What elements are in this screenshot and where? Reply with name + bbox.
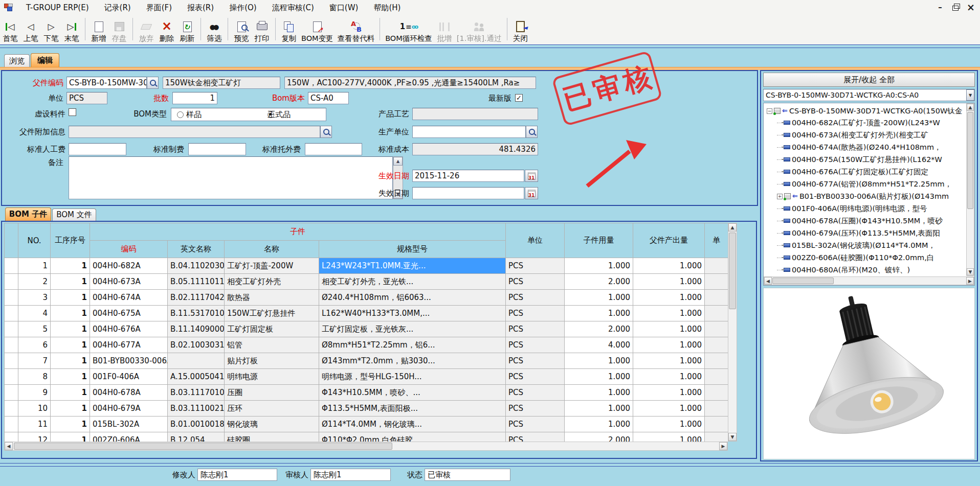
toolbar-button-first-record[interactable]: ◁首笔 [0, 16, 20, 43]
toolbar-button-refresh[interactable]: ↻刷新 [177, 16, 197, 43]
expire-date-calendar-button[interactable]: 31 [525, 187, 538, 199]
tree-item[interactable]: 004H0-673A(相变工矿灯外壳)(相变工矿 [777, 129, 966, 141]
menu-item-3[interactable]: 报表(R) [180, 3, 221, 12]
cell-name[interactable]: 贴片灯板 [225, 353, 319, 369]
cell-spec[interactable]: L243*W243*T1.0MM.亚光... [319, 258, 506, 274]
production-unit-search-button[interactable] [526, 126, 538, 138]
scroll-up-icon[interactable]: ▲ [393, 157, 403, 166]
cell-no[interactable]: 1 [18, 258, 51, 274]
cell-name[interactable]: 工矿灯-顶盖-200W [225, 258, 319, 274]
tree-vscrollbar[interactable]: ▲ ▼ [966, 103, 974, 276]
cell-unit[interactable]: PCS [506, 321, 565, 337]
cell-seq[interactable]: 1 [51, 369, 90, 385]
cell-extra[interactable] [705, 416, 728, 432]
cell-name[interactable]: 150W工矿灯悬挂件 [225, 306, 319, 321]
scroll-down-icon[interactable]: ▼ [728, 433, 737, 441]
toolbar-button-filter[interactable]: ●●筛选 [204, 16, 225, 43]
cell-qty[interactable]: 1.000 [565, 369, 633, 385]
cell-no[interactable]: 4 [18, 306, 51, 321]
cell-qty[interactable]: 1.000 [565, 258, 633, 274]
std-outsource-input[interactable] [305, 143, 362, 155]
cell-name[interactable]: 铝管 [225, 337, 319, 353]
cell-code[interactable]: 004H0-673A [90, 274, 168, 290]
cell-code[interactable]: 002Z0-606A [90, 432, 168, 442]
cell-seq[interactable]: 1 [51, 274, 90, 290]
close-button[interactable]: × [965, 2, 977, 13]
cell-extra[interactable] [705, 258, 728, 274]
cell-spec[interactable]: 工矿灯固定板，亚光铁灰... [319, 321, 506, 337]
cell-parent_qty[interactable]: 1.000 [633, 337, 705, 353]
cell-code[interactable]: 001F0-406A [90, 369, 168, 385]
cell-qty[interactable]: 4.000 [565, 337, 633, 353]
combo-dropdown-icon[interactable]: ▼ [966, 89, 974, 101]
cell-unit[interactable]: PCS [506, 369, 565, 385]
cell-qty[interactable]: 1.000 [565, 290, 633, 306]
cell-extra[interactable] [705, 274, 728, 290]
tree-item[interactable]: 004H0-682A(工矿灯-顶盖-200W)(L243*W [777, 117, 966, 128]
cell-spec[interactable]: Φ113.5*H5MM,表面阳极... [319, 401, 506, 416]
toolbar-button-last-record[interactable]: ▷末笔 [61, 16, 82, 43]
menu-item-7[interactable]: 帮助(H) [366, 3, 408, 12]
scroll-left-icon[interactable]: ◀ [5, 442, 13, 450]
tree-hscrollbar[interactable]: ◀ ▶ [764, 276, 974, 285]
cell-no[interactable]: 10 [18, 401, 51, 416]
parent-code-input[interactable]: CS-BYB-0-150MW-30D71-WCTKG-A0 [66, 77, 147, 89]
cell-code[interactable]: 004H0-678A [90, 385, 168, 401]
restore-button[interactable] [949, 2, 962, 13]
menu-item-6[interactable]: 窗口(W) [322, 3, 366, 12]
cell-code[interactable]: 004H0-679A [90, 401, 168, 416]
cell-extra[interactable] [705, 369, 728, 385]
menu-item-2[interactable]: 界面(F) [139, 3, 180, 12]
cell-en_name[interactable]: B.11.1409000... [168, 321, 225, 337]
cell-en_name[interactable]: B.02.1003031... [168, 337, 225, 353]
cell-unit[interactable]: PCS [506, 432, 565, 442]
cell-seq[interactable]: 1 [51, 306, 90, 321]
cell-no[interactable]: 5 [18, 321, 51, 337]
cell-parent_qty[interactable]: 1.000 [633, 385, 705, 401]
cell-qty[interactable]: 1.000 [565, 385, 633, 401]
cell-qty[interactable]: 1.000 [565, 401, 633, 416]
phantom-checkbox[interactable] [69, 108, 76, 116]
cell-unit[interactable]: PCS [506, 290, 565, 306]
cell-spec[interactable]: Φ110*Φ2.0mm,白色硅胶... [319, 432, 506, 442]
menu-item-1[interactable]: 记录(R) [97, 3, 139, 12]
toolbar-button-copy[interactable]: 复制 [279, 16, 299, 43]
cell-qty[interactable]: 1.000 [565, 306, 633, 321]
cell-parent_qty[interactable]: 1.000 [633, 306, 705, 321]
cell-spec[interactable]: Ø8mm*H51*T2.25mm，铝6... [319, 337, 506, 353]
cell-seq[interactable]: 1 [51, 337, 90, 353]
menu-item-0[interactable]: T-GROUP ERP(E) [18, 3, 97, 12]
cell-code[interactable]: 004H0-674A [90, 290, 168, 306]
toolbar-button-bom-change[interactable]: ↗BOM变更 [299, 16, 336, 43]
toolbar-button-exit[interactable]: ◄关闭 [510, 16, 531, 43]
collapse-icon[interactable]: − [767, 108, 772, 114]
std-mfg-input[interactable] [188, 143, 246, 155]
cell-spec[interactable]: Φ143*H10.5MM，喷砂、... [319, 385, 506, 401]
tree-item[interactable]: +⇐B01-BYB00330-006A(贴片灯板)(Ø143mm [777, 191, 966, 202]
tree-item[interactable]: 004H0-674A(散热器)(Ø240.4*H108mm， [777, 142, 966, 153]
cell-parent_qty[interactable]: 1.000 [633, 353, 705, 369]
cell-name[interactable]: 硅胶圈 [225, 432, 319, 442]
cell-qty[interactable]: 2.000 [565, 321, 633, 337]
cell-name[interactable]: 相变工矿灯外壳 [225, 274, 319, 290]
cell-code[interactable]: 004H0-682A [90, 258, 168, 274]
minimize-button[interactable]: – [934, 2, 946, 13]
cell-qty[interactable]: 2.000 [565, 432, 633, 442]
cell-seq[interactable]: 1 [51, 385, 90, 401]
hscroll-thumb[interactable] [14, 443, 392, 450]
production-unit-input[interactable] [412, 126, 526, 138]
cell-no[interactable]: 8 [18, 369, 51, 385]
cell-en_name[interactable]: B.11.5317010... [168, 306, 225, 321]
tree-root-item[interactable]: −⇐CS-BYB-0-150MW-30D71-WCTKG-A0(150W钛金 [767, 105, 966, 117]
cell-parent_qty[interactable]: 1.000 [633, 258, 705, 274]
table-vscrollbar[interactable]: ▲ ▼ [728, 223, 737, 442]
cell-en_name[interactable]: B.03.1110021... [168, 401, 225, 416]
tree-item[interactable]: 004H0-679A(压环)(Φ113.5*H5MM,表面阳 [777, 227, 966, 239]
cell-spec[interactable]: Ø240.4*H108mm，铝6063... [319, 290, 506, 306]
cell-unit[interactable]: PCS [506, 337, 565, 353]
tab-bom-files[interactable]: BOM 文件 [52, 209, 96, 221]
cell-qty[interactable]: 1.000 [565, 353, 633, 369]
hscroll-thumb[interactable] [772, 277, 834, 284]
cell-code[interactable]: 015BL-302A [90, 416, 168, 432]
cell-en_name[interactable]: B.02.1117042... [168, 290, 225, 306]
